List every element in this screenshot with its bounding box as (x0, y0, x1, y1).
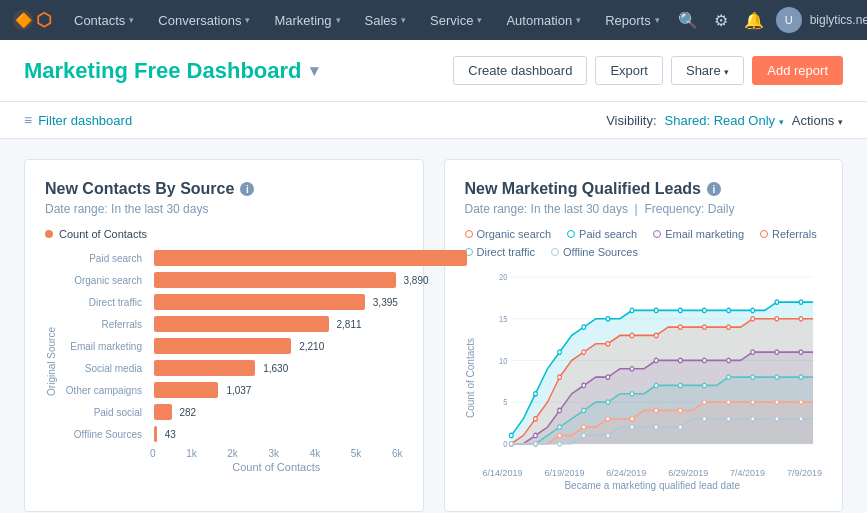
bar-value: 2,210 (299, 341, 324, 352)
svg-point-46 (702, 358, 706, 362)
svg-point-22 (750, 308, 754, 312)
svg-point-59 (702, 383, 706, 387)
svg-point-20 (702, 308, 706, 312)
svg-point-23 (774, 300, 778, 304)
notifications-icon[interactable]: 🔔 (740, 7, 768, 34)
y-axis-label: Original Source (46, 327, 57, 396)
line-chart-svg: 20151050 (483, 266, 823, 466)
search-icon[interactable]: 🔍 (674, 7, 702, 34)
svg-point-53 (557, 425, 561, 429)
svg-point-72 (702, 400, 706, 404)
svg-point-17 (630, 308, 634, 312)
visibility-label: Visibility: (606, 113, 656, 128)
svg-point-19 (678, 308, 682, 312)
nav-service[interactable]: Service ▾ (420, 0, 492, 40)
line-x-tick: 6/14/2019 (483, 468, 523, 478)
visibility-value[interactable]: Shared: Read Only ▾ (665, 113, 784, 128)
hubspot-logo[interactable]: 🔶 ⬡ (12, 9, 52, 31)
svg-text:0: 0 (503, 440, 508, 450)
nav-sales[interactable]: Sales ▾ (355, 0, 417, 40)
bar-label: Social media (61, 363, 150, 374)
line-x-tick: 7/4/2019 (730, 468, 765, 478)
svg-point-45 (678, 358, 682, 362)
bar-row: Paid search 5,042 (61, 250, 403, 266)
svg-text:15: 15 (499, 315, 508, 325)
svg-point-34 (726, 325, 730, 329)
legend-item-email: Email marketing (653, 228, 744, 240)
svg-point-86 (726, 417, 730, 421)
bar-fill (154, 426, 157, 442)
svg-point-13 (533, 392, 537, 396)
svg-point-26 (533, 417, 537, 421)
legend-item-offline: Offline Sources (551, 246, 638, 258)
line-x-tick: 6/29/2019 (668, 468, 708, 478)
line-x-axis-label: Became a marketing qualified lead date (483, 480, 823, 491)
svg-point-28 (581, 350, 585, 354)
line-chart-legend: Organic search Paid search Email marketi… (465, 228, 823, 258)
bar-fill (154, 294, 365, 310)
visibility-chevron-icon: ▾ (779, 117, 784, 127)
bar-row: Social media 1,630 (61, 360, 403, 376)
nav-marketing[interactable]: Marketing ▾ (264, 0, 350, 40)
add-report-button[interactable]: Add report (752, 56, 843, 85)
card2-info-icon[interactable]: i (707, 182, 721, 196)
svg-point-47 (726, 358, 730, 362)
bar-value: 43 (165, 429, 176, 440)
legend-label-email: Email marketing (665, 228, 744, 240)
svg-point-40 (557, 408, 561, 412)
legend-circle-referrals (760, 230, 768, 238)
avatar[interactable]: U (776, 7, 802, 33)
bar-row: Other campaigns 1,037 (61, 382, 403, 398)
actions-button[interactable]: Actions ▾ (792, 113, 843, 128)
bar-label: Other campaigns (61, 385, 150, 396)
export-button[interactable]: Export (595, 56, 663, 85)
nav-right-icons: 🔍 ⚙ 🔔 U biglytics.net ▾ (674, 7, 867, 34)
svg-point-66 (557, 433, 561, 437)
svg-point-30 (630, 333, 634, 337)
nav-automation[interactable]: Automation ▾ (496, 0, 591, 40)
filter-dashboard-link[interactable]: Filter dashboard (38, 113, 132, 128)
x-tick: 2k (227, 448, 238, 459)
chart-legend: Count of Contacts (45, 228, 403, 240)
card1-title: New Contacts By Source i (45, 180, 403, 198)
nav-conversations[interactable]: Conversations ▾ (148, 0, 260, 40)
line-y-axis-label: Count of Contacts (465, 338, 476, 418)
bar-row: Organic search 3,890 (61, 272, 403, 288)
nav-contacts[interactable]: Contacts ▾ (64, 0, 144, 40)
svg-point-76 (799, 400, 803, 404)
svg-point-89 (799, 417, 803, 421)
bar-fill (154, 360, 255, 376)
x-tick: 3k (268, 448, 279, 459)
reports-chevron-icon: ▾ (655, 15, 660, 25)
account-name[interactable]: biglytics.net (810, 13, 867, 27)
nav-reports[interactable]: Reports ▾ (595, 0, 670, 40)
card1-info-icon[interactable]: i (240, 182, 254, 196)
svg-point-14 (557, 350, 561, 354)
svg-point-57 (654, 383, 658, 387)
x-tick: 4k (310, 448, 321, 459)
settings-icon[interactable]: ⚙ (710, 7, 732, 34)
svg-point-70 (654, 408, 658, 412)
create-dashboard-button[interactable]: Create dashboard (453, 56, 587, 85)
bar-fill (154, 272, 396, 288)
svg-point-49 (774, 350, 778, 354)
svg-text:5: 5 (503, 398, 508, 408)
svg-point-81 (605, 433, 609, 437)
svg-point-69 (630, 417, 634, 421)
svg-point-35 (750, 317, 754, 321)
sales-chevron-icon: ▾ (401, 15, 406, 25)
svg-point-43 (630, 367, 634, 371)
bar-row: Direct traffic 3,395 (61, 294, 403, 310)
svg-point-55 (605, 400, 609, 404)
bar-value: 3,890 (404, 275, 429, 286)
bar-fill (154, 338, 291, 354)
bar-row: Referrals 2,811 (61, 316, 403, 332)
svg-point-39 (533, 433, 537, 437)
actions-chevron-icon: ▾ (838, 117, 843, 127)
svg-point-80 (581, 433, 585, 437)
svg-point-24 (799, 300, 803, 304)
share-button[interactable]: Share ▾ (671, 56, 744, 85)
svg-point-50 (799, 350, 803, 354)
svg-point-32 (678, 325, 682, 329)
title-dropdown-icon[interactable]: ▾ (310, 61, 318, 80)
